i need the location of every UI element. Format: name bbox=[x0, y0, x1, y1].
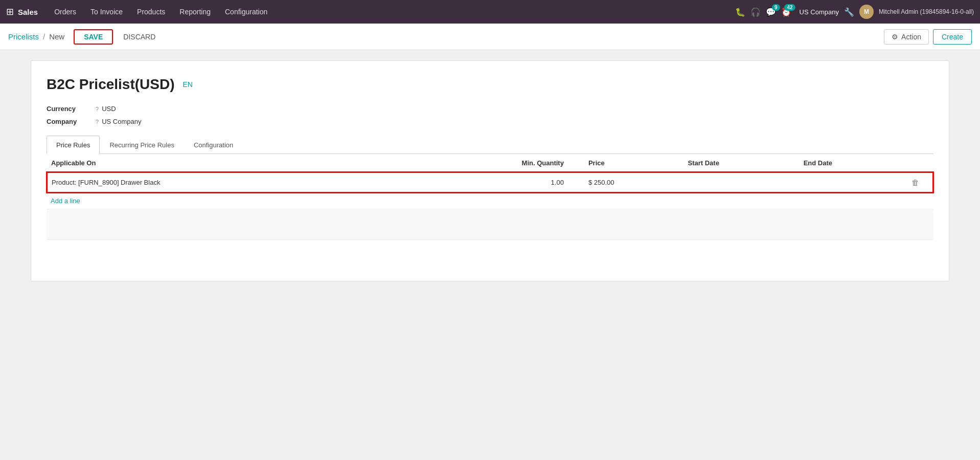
nav-menu: Orders To Invoice Products Reporting Con… bbox=[48, 5, 735, 19]
add-line-button[interactable]: Add a line bbox=[47, 193, 84, 209]
bottom-section bbox=[47, 240, 933, 281]
form-title-row: B2C Pricelist(USD) EN bbox=[47, 76, 933, 93]
company-field-row: Company ? US Company bbox=[47, 118, 933, 125]
tab-recurring-price-rules[interactable]: Recurring Price Rules bbox=[100, 136, 184, 154]
main-content: B2C Pricelist(USD) EN Currency ? USD Com… bbox=[0, 50, 980, 292]
price-rules-table: Applicable On Min. Quantity Price Start … bbox=[47, 154, 933, 193]
col-start-date: Start Date bbox=[683, 154, 799, 172]
currency-value: USD bbox=[102, 105, 116, 113]
form-title: B2C Pricelist(USD) bbox=[47, 76, 175, 93]
action-label: Action bbox=[901, 33, 921, 41]
empty-section-1 bbox=[47, 209, 933, 240]
cell-price: $ 250.00 bbox=[584, 172, 684, 192]
col-actions bbox=[907, 154, 933, 172]
wrench-icon[interactable]: 🔧 bbox=[844, 7, 854, 17]
nav-to-invoice[interactable]: To Invoice bbox=[84, 5, 129, 19]
col-price: Price bbox=[584, 154, 684, 172]
col-applicable-on: Applicable On bbox=[47, 154, 390, 172]
cell-delete[interactable]: 🗑 bbox=[907, 172, 933, 192]
tabs: Price Rules Recurring Price Rules Config… bbox=[47, 136, 933, 154]
currency-label: Currency bbox=[47, 105, 93, 113]
breadcrumb-current: New bbox=[49, 32, 64, 41]
table-body: Product: [FURN_8900] Drawer Black 1.00 $… bbox=[47, 172, 933, 192]
nav-reporting[interactable]: Reporting bbox=[173, 5, 217, 19]
topnav-right: 🐛 🎧 💬 9 ⏰ 42 US Company 🔧 M Mitchell Adm… bbox=[735, 5, 974, 19]
cell-applicable-on: Product: [FURN_8900] Drawer Black bbox=[47, 172, 390, 192]
tab-configuration[interactable]: Configuration bbox=[184, 136, 243, 154]
col-end-date: End Date bbox=[800, 154, 907, 172]
save-button[interactable]: SAVE bbox=[74, 29, 113, 45]
form-card: B2C Pricelist(USD) EN Currency ? USD Com… bbox=[31, 60, 949, 281]
table-header: Applicable On Min. Quantity Price Start … bbox=[47, 154, 933, 172]
nav-configuration[interactable]: Configuration bbox=[219, 5, 274, 19]
col-min-quantity: Min. Quantity bbox=[390, 154, 584, 172]
avatar[interactable]: M bbox=[859, 5, 874, 19]
user-name: Mitchell Admin (19845894-16-0-all) bbox=[879, 8, 974, 15]
table-header-row: Applicable On Min. Quantity Price Start … bbox=[47, 154, 933, 172]
chat-icon[interactable]: 💬 9 bbox=[766, 7, 776, 17]
company-value: US Company bbox=[102, 118, 141, 125]
grid-icon[interactable]: ⊞ bbox=[6, 6, 14, 17]
form-fields: Currency ? USD Company ? US Company bbox=[47, 105, 933, 125]
app-name[interactable]: Sales bbox=[18, 8, 38, 16]
gear-icon bbox=[892, 33, 898, 41]
currency-field-row: Currency ? USD bbox=[47, 105, 933, 113]
tab-price-rules[interactable]: Price Rules bbox=[47, 136, 100, 154]
nav-orders[interactable]: Orders bbox=[48, 5, 82, 19]
cell-min-quantity: 1.00 bbox=[390, 172, 584, 192]
nav-products[interactable]: Products bbox=[131, 5, 171, 19]
cell-start-date bbox=[683, 172, 799, 192]
top-navigation: ⊞ Sales Orders To Invoice Products Repor… bbox=[0, 0, 980, 24]
create-button[interactable]: Create bbox=[933, 29, 972, 45]
company-name[interactable]: US Company bbox=[800, 8, 839, 16]
company-label: Company bbox=[47, 118, 93, 125]
table-row[interactable]: Product: [FURN_8900] Drawer Black 1.00 $… bbox=[47, 172, 933, 192]
delete-icon[interactable]: 🗑 bbox=[911, 178, 919, 187]
clock-badge: 42 bbox=[784, 4, 795, 11]
breadcrumb-separator: / bbox=[43, 32, 45, 41]
clock-icon[interactable]: ⏰ 42 bbox=[781, 7, 791, 17]
company-help[interactable]: ? bbox=[96, 119, 99, 125]
breadcrumb-bar: Pricelists / New SAVE DISCARD Action Cre… bbox=[0, 24, 980, 50]
breadcrumb-pricelists[interactable]: Pricelists bbox=[8, 32, 39, 41]
price-rules-section: Applicable On Min. Quantity Price Start … bbox=[47, 154, 933, 209]
currency-help[interactable]: ? bbox=[96, 106, 99, 112]
headset-icon[interactable]: 🎧 bbox=[750, 7, 761, 17]
bug-icon[interactable]: 🐛 bbox=[735, 7, 745, 17]
cell-end-date bbox=[800, 172, 907, 192]
action-button[interactable]: Action bbox=[884, 29, 929, 45]
discard-button[interactable]: DISCARD bbox=[117, 30, 162, 43]
form-lang[interactable]: EN bbox=[183, 80, 193, 89]
chat-badge: 9 bbox=[772, 4, 780, 11]
